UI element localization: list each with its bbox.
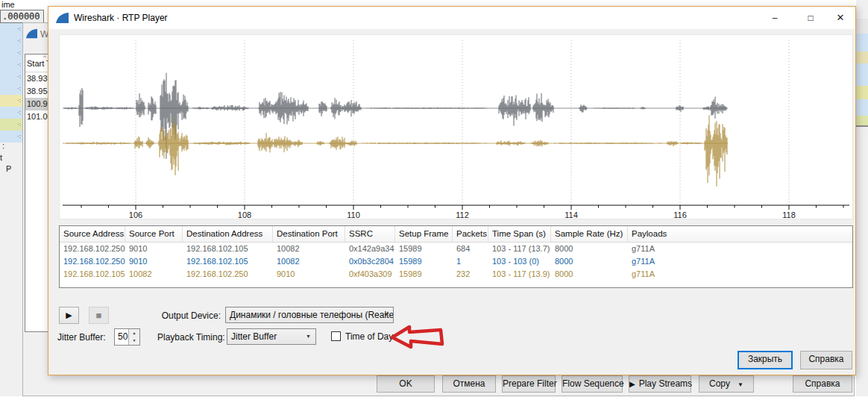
stream-row[interactable]: 192.168.102.2509010192.168.102.105100820… bbox=[60, 255, 852, 268]
button-label: Copy bbox=[709, 378, 730, 389]
output-device-select[interactable]: Динамики / головные телефоны (Realtek Au… bbox=[225, 307, 394, 323]
screenshot-root: ime .000000 ·:·:·:·:·:·:·:·:·:·: : t P W… bbox=[0, 0, 868, 406]
packet-list-time-header-fragment: ime bbox=[1, 0, 15, 9]
prepare-filter-button[interactable]: Prepare Filter bbox=[502, 375, 556, 393]
stream-cell: 9010 bbox=[273, 268, 345, 281]
dialog-titlebar[interactable]: Wireshark · RTP Player – □ ✕ bbox=[48, 7, 855, 29]
divider bbox=[856, 125, 868, 127]
button-label: Flow Sequence bbox=[562, 378, 624, 389]
column-header[interactable]: Sample Rate (Hz) bbox=[551, 226, 628, 242]
stream-cell: 0x142a9a34 bbox=[345, 243, 395, 255]
column-header[interactable]: Destination Address bbox=[183, 226, 273, 242]
background-main-window-right bbox=[856, 0, 868, 406]
spinner-arrows-icon[interactable]: ▲▼ bbox=[128, 329, 139, 345]
packet-row-fragment: ·: bbox=[0, 47, 22, 59]
stream-cell: 0xf403a309 bbox=[345, 268, 395, 281]
column-header[interactable]: Destination Port bbox=[273, 226, 345, 242]
close-window-button[interactable]: ✕ bbox=[824, 7, 857, 29]
play-streams-button[interactable]: ▶Play Streams bbox=[629, 375, 691, 393]
packet-list-rows-fragment: ·:·:·:·:·:·:·:·:·:·: bbox=[0, 23, 22, 143]
streams-table: Source AddressSource PortDestination Add… bbox=[59, 225, 853, 288]
x-axis-label: 114 bbox=[564, 210, 578, 219]
background-text-fragment: P bbox=[6, 164, 11, 173]
time-of-day-checkbox[interactable] bbox=[331, 331, 341, 341]
packet-row-fragment: ·: bbox=[0, 107, 22, 119]
stream-cell: 8000 bbox=[551, 243, 628, 255]
x-axis-label: 118 bbox=[782, 210, 796, 219]
packet-row-fragment: ·: bbox=[0, 83, 22, 95]
background-window-fill-left bbox=[0, 143, 22, 396]
jitter-buffer-label: Jitter Buffer: bbox=[57, 332, 105, 343]
stream-cell: 15989 bbox=[395, 255, 453, 268]
background-text-fragment: : bbox=[2, 141, 4, 150]
stream-cell: 10082 bbox=[273, 243, 345, 255]
stream-cell: 0x0b3c2804 bbox=[345, 255, 395, 268]
packet-row-fragment bbox=[856, 86, 868, 99]
minimize-button[interactable]: – bbox=[758, 7, 791, 29]
stream-cell: 10082 bbox=[273, 255, 345, 268]
chevron-down-icon: ▼ bbox=[383, 307, 389, 322]
stream-cell: 192.168.102.105 bbox=[183, 243, 273, 255]
button-label: Prepare Filter bbox=[503, 378, 557, 389]
x-axis-label: 108 bbox=[238, 210, 251, 219]
chevron-down-icon: ▼ bbox=[306, 329, 311, 344]
packet-row-fragment bbox=[856, 63, 868, 86]
waveform-plot[interactable]: 106108110112114116118 bbox=[59, 34, 853, 219]
column-header[interactable]: Source Port bbox=[125, 226, 183, 242]
packet-row-fragment: ·: bbox=[0, 59, 22, 71]
column-header[interactable]: Source Address bbox=[60, 226, 125, 242]
stream-cell: g711A bbox=[628, 243, 853, 255]
close-button[interactable]: Закрыть bbox=[738, 351, 793, 369]
stream-row[interactable]: 192.168.102.2509010192.168.102.105100820… bbox=[60, 243, 852, 255]
jitter-buffer-spinner[interactable]: 50 ▲▼ bbox=[114, 328, 140, 346]
play-button[interactable]: ▶ bbox=[59, 307, 79, 324]
stream-row[interactable]: 192.168.102.10510082192.168.102.25090100… bbox=[60, 268, 852, 281]
справка-button[interactable]: Справка bbox=[793, 375, 852, 393]
maximize-button[interactable]: □ bbox=[794, 7, 827, 29]
column-header[interactable]: Payloads bbox=[628, 226, 853, 242]
time-of-day-label: Time of Day bbox=[345, 331, 393, 342]
output-device-label: Output Device: bbox=[155, 310, 221, 321]
stream-cell: 15989 bbox=[395, 243, 453, 255]
stream-cell: 192.168.102.250 bbox=[60, 243, 125, 255]
output-device-value: Динамики / головные телефоны (Realtek Au… bbox=[230, 310, 394, 320]
background-window-bottom bbox=[856, 396, 868, 406]
packet-row-fragment: ·: bbox=[0, 35, 22, 47]
stream-cell: 192.168.102.250 bbox=[60, 255, 125, 268]
packet-row-fragment bbox=[856, 34, 868, 51]
ok-button[interactable]: OK bbox=[377, 375, 435, 393]
rtp-player-dialog: Wireshark · RTP Player – □ ✕ 10610811011… bbox=[48, 6, 856, 375]
column-header[interactable]: Packets bbox=[453, 226, 488, 242]
stream-cell: 8000 bbox=[551, 268, 628, 281]
stream-cell: 15989 bbox=[395, 268, 453, 281]
background-text-fragment: t bbox=[0, 153, 2, 162]
chevron-down-icon: ▼ bbox=[738, 381, 743, 388]
packet-row-fragment bbox=[856, 99, 868, 116]
stream-cell: 103 - 117 (13.7) bbox=[488, 243, 551, 255]
x-axis-label: 112 bbox=[456, 210, 469, 219]
x-axis-label: 116 bbox=[673, 210, 687, 219]
playback-timing-select[interactable]: Jitter Buffer ▼ bbox=[227, 328, 316, 345]
flow-sequence-button[interactable]: Flow Sequence bbox=[562, 375, 623, 393]
copy-button[interactable]: Copy▼ bbox=[699, 375, 754, 393]
stream-cell: 192.168.102.105 bbox=[183, 255, 273, 268]
help-button[interactable]: Справка bbox=[800, 351, 852, 369]
button-label: Справка bbox=[805, 378, 840, 389]
button-label: OK bbox=[399, 378, 412, 389]
streams-table-header[interactable]: Source AddressSource PortDestination Add… bbox=[60, 226, 852, 243]
stream-cell: 192.168.102.105 bbox=[60, 268, 125, 281]
playback-timing-value: Jitter Buffer bbox=[231, 331, 277, 342]
отмена-button[interactable]: Отмена bbox=[442, 375, 496, 393]
column-header[interactable]: Time Span (s) bbox=[488, 226, 551, 242]
x-axis-label: 106 bbox=[129, 210, 142, 219]
play-icon: ▶ bbox=[629, 380, 635, 388]
packet-list-rows-fragment bbox=[856, 19, 868, 125]
button-label: Отмена bbox=[453, 378, 485, 389]
wireshark-logo-icon bbox=[55, 12, 69, 25]
column-header[interactable]: Setup Frame bbox=[395, 226, 453, 242]
packet-row-fragment: ·: bbox=[0, 95, 22, 107]
column-header[interactable]: SSRC bbox=[345, 226, 395, 242]
packet-row-fragment bbox=[856, 116, 868, 125]
stop-button[interactable]: ■ bbox=[89, 307, 109, 324]
packet-row-fragment bbox=[856, 19, 868, 34]
